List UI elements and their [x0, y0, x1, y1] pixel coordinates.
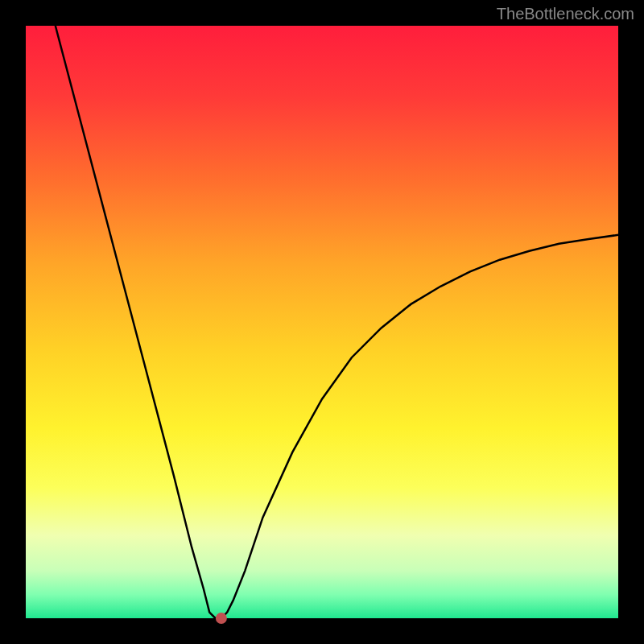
chart-container: TheBottleneck.com [0, 0, 644, 644]
watermark-text: TheBottleneck.com [497, 5, 634, 23]
bottleneck-chart [0, 0, 644, 644]
marker-point [216, 613, 227, 624]
plot-background [26, 26, 618, 618]
